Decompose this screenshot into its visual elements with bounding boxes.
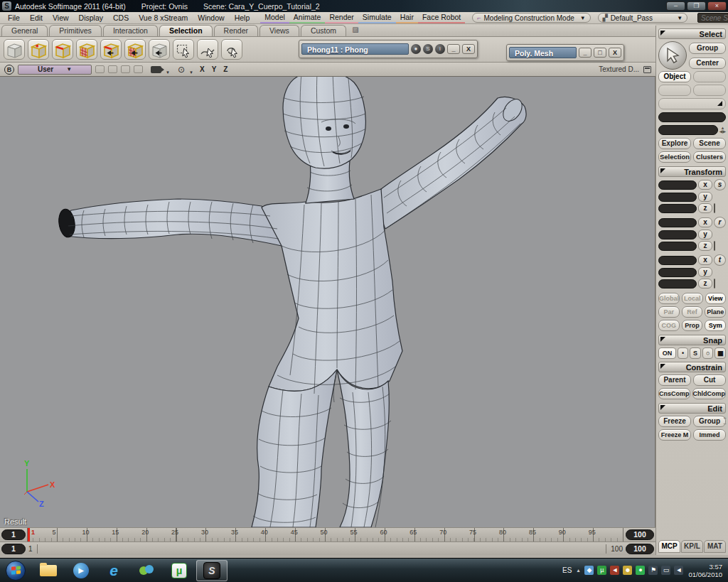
- toolbar-tab[interactable]: Primitives: [49, 25, 102, 36]
- filter-point-cube-icon[interactable]: [28, 39, 49, 60]
- toolbar-tab[interactable]: Render: [214, 25, 258, 36]
- module-menu-item[interactable]: Model: [260, 12, 289, 23]
- select-section-header[interactable]: Select: [658, 28, 726, 39]
- tray-aero-icon[interactable]: ◆: [584, 566, 594, 575]
- viewport-camera-dropdown[interactable]: User ▼: [18, 65, 92, 75]
- toolbar-tab[interactable]: General: [1, 25, 48, 36]
- show-hidden-icons-chevron[interactable]: ▴: [577, 567, 579, 573]
- constrain-chldcomp-button[interactable]: ChldComp: [692, 388, 727, 399]
- scale-y-button[interactable]: y: [698, 192, 712, 202]
- language-indicator[interactable]: ES: [562, 566, 572, 574]
- viewport-memo-slot[interactable]: [134, 65, 143, 73]
- module-menu-item[interactable]: Animate: [289, 12, 326, 23]
- transform-pivot-button[interactable]: Sym: [705, 320, 726, 331]
- range-slider-track[interactable]: [37, 544, 607, 554]
- tray-speaker-icon[interactable]: ◄: [674, 566, 683, 575]
- transform-pivot-button[interactable]: COG: [658, 320, 680, 331]
- toolbar-tab[interactable]: Interaction: [103, 25, 158, 36]
- menu-item[interactable]: Vue 8 xStream: [134, 14, 193, 22]
- pass-dropdown[interactable]: ▞ Default_Pass ▼: [598, 13, 687, 23]
- panel-tab[interactable]: MCP: [658, 540, 680, 553]
- axis-x-button[interactable]: X: [200, 65, 205, 73]
- tray-spotify-icon[interactable]: ●: [636, 566, 645, 575]
- menu-item[interactable]: CDS: [108, 14, 134, 22]
- scale-options-icon[interactable]: [714, 203, 715, 213]
- tab-edit-icon[interactable]: ▨: [350, 26, 361, 36]
- translate-z-button[interactable]: z: [698, 279, 712, 289]
- phong-minimize-button[interactable]: _: [447, 44, 460, 54]
- tray-volume-alert-icon[interactable]: ◄: [610, 566, 619, 575]
- module-menu-item[interactable]: Hair: [396, 12, 418, 23]
- current-frame-field[interactable]: 1: [1, 529, 26, 540]
- toolbar-tab[interactable]: Selection: [159, 25, 213, 36]
- raycast-polygon-cube-icon[interactable]: [124, 39, 146, 60]
- explore-button[interactable]: Explore: [658, 138, 691, 149]
- rotate-y-button[interactable]: y: [698, 230, 712, 239]
- viewport-b-button[interactable]: B: [4, 65, 14, 75]
- polymesh-maximize-button[interactable]: □: [594, 48, 606, 58]
- transform-mode-button[interactable]: Global: [658, 293, 680, 304]
- menu-item[interactable]: File: [3, 14, 25, 22]
- shader-s-icon[interactable]: S: [423, 44, 433, 54]
- polymesh-window-title[interactable]: Poly. Mesh: [509, 47, 577, 58]
- scale-z-button[interactable]: z: [698, 203, 712, 213]
- scene-button[interactable]: Scene: [693, 138, 726, 149]
- phong-window-title[interactable]: Phong11 : Phong: [301, 43, 409, 55]
- scale-tool-button[interactable]: s: [714, 179, 726, 190]
- selection-text-field[interactable]: [658, 112, 726, 122]
- lasso-select-icon[interactable]: [197, 39, 218, 60]
- edit-minus-icon[interactable]: −: [723, 421, 727, 427]
- camera-icon[interactable]: [151, 66, 161, 73]
- constrain-section-header[interactable]: Constrain: [658, 362, 726, 372]
- internet-explorer-taskbar-button[interactable]: e: [98, 560, 129, 581]
- select-empty-slot[interactable]: [658, 85, 691, 96]
- selection-button[interactable]: Selection: [658, 151, 691, 163]
- panel-tab[interactable]: KP/L: [681, 540, 703, 553]
- select-tool-button[interactable]: [658, 41, 687, 70]
- snap-center-icon[interactable]: ○: [702, 347, 714, 359]
- menu-item[interactable]: View: [48, 14, 74, 22]
- edit-section-header[interactable]: Edit: [658, 403, 726, 414]
- raycast-object-cube-icon[interactable]: [149, 39, 170, 60]
- constrain-cnscomp-button[interactable]: CnsComp: [658, 388, 690, 399]
- phong-material-window[interactable]: Phong11 : Phong ●Si _ X: [299, 40, 478, 58]
- polymesh-window[interactable]: Poly. Mesh _ □ X: [506, 44, 624, 61]
- menu-item[interactable]: Help: [230, 14, 255, 22]
- rotate-z-button[interactable]: z: [698, 241, 712, 251]
- scale-x-field[interactable]: [658, 180, 697, 190]
- scale-z-field[interactable]: [658, 204, 697, 213]
- translate-tool-button[interactable]: t: [714, 254, 726, 266]
- scene-search-input[interactable]: [697, 13, 728, 23]
- freeform-select-icon[interactable]: [221, 39, 242, 60]
- clusters-button[interactable]: Clusters: [693, 151, 726, 163]
- rectangle-select-icon[interactable]: [173, 39, 194, 60]
- axis-y-button[interactable]: Y: [212, 65, 218, 73]
- transform-mode-button[interactable]: Local: [682, 293, 703, 304]
- shader-ball-icon[interactable]: ●: [411, 44, 421, 54]
- constrain-cut-button[interactable]: Cut: [693, 374, 726, 386]
- snap-on-button[interactable]: ON: [658, 347, 676, 359]
- select-object-button[interactable]: Object: [658, 71, 691, 82]
- select-group-button[interactable]: Group: [689, 43, 726, 54]
- snap-grid-icon[interactable]: ▦: [714, 347, 726, 359]
- translate-y-field[interactable]: [658, 268, 697, 277]
- close-button[interactable]: ×: [707, 1, 727, 11]
- raycast-edge-cube-icon[interactable]: [100, 39, 122, 60]
- select-empty-slot[interactable]: [693, 85, 726, 96]
- viewport-resize-icon[interactable]: [643, 66, 651, 73]
- module-menu-item[interactable]: Render: [325, 12, 358, 23]
- filter-edge-cube-icon[interactable]: [52, 39, 73, 60]
- rotate-x-button[interactable]: x: [698, 217, 712, 227]
- transform-ref-button[interactable]: Par: [658, 306, 680, 318]
- snap-curve-icon[interactable]: S: [690, 347, 701, 359]
- display-mode-dropdown[interactable]: Textured D...: [599, 65, 639, 73]
- tray-utorrent-icon[interactable]: µ: [597, 566, 606, 575]
- menu-item[interactable]: Display: [74, 14, 108, 22]
- edit-immed-button[interactable]: Immed: [693, 429, 726, 441]
- scale-y-field[interactable]: [658, 193, 697, 202]
- rotate-z-field[interactable]: [658, 242, 697, 251]
- panel-tab[interactable]: MAT: [704, 540, 726, 553]
- filter-polygon-cube-icon[interactable]: [76, 39, 97, 60]
- range-start-field[interactable]: 1: [1, 544, 26, 554]
- menu-item[interactable]: Edit: [25, 14, 48, 22]
